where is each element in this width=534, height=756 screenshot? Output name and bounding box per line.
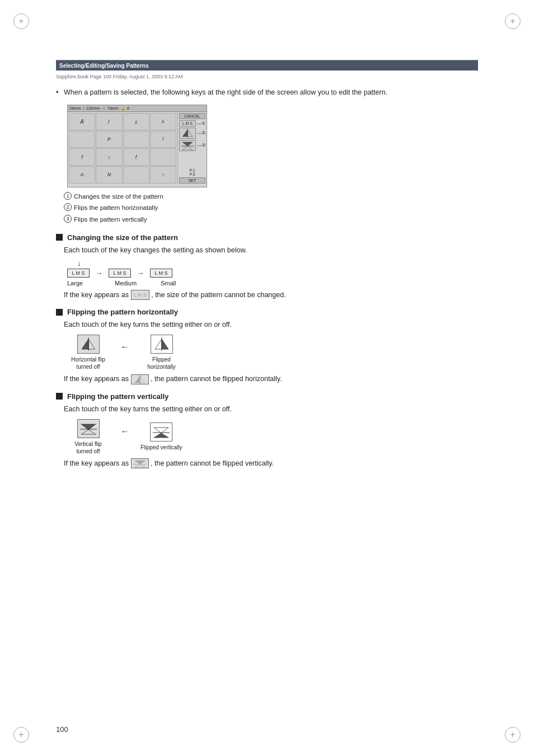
h-flip-off-icon (77, 335, 100, 354)
grid-cell: P (96, 131, 122, 148)
h-flip-on-label: Flipped horizontally (140, 356, 182, 370)
grid-cell (123, 166, 149, 184)
size-diagram: ↓ L M S → L M S → L M S Large Medium (67, 259, 478, 287)
size-body-text: Each touch of the key changes the settin… (64, 245, 478, 256)
size-key-inline-greyed: L M S (131, 290, 149, 300)
h-flip-key-inline-greyed (131, 374, 149, 384)
svg-marker-7 (88, 339, 95, 349)
spacer-2 (148, 280, 161, 287)
svg-marker-12 (135, 376, 140, 383)
screen-side-panel: CANCEL L M S —① (177, 112, 207, 185)
cancel-button-screen: CANCEL (179, 113, 205, 119)
arrow-medium-to-small: → (137, 269, 144, 278)
flip-h-row: —② (179, 128, 205, 139)
h-flip-on-item: Flipped horizontally (140, 335, 182, 370)
svg-marker-16 (81, 430, 96, 434)
main-content: Sapphire.book Page 100 Friday, August 1,… (56, 72, 478, 711)
horizontal-heading-text: Flipping the pattern horizontally (67, 308, 178, 316)
num-circle-2: 2 (64, 203, 72, 211)
grid-cell: A (69, 166, 95, 184)
grid-cell: ↑ (150, 166, 176, 184)
pattern-grid: A 𝑓 𝑔 𝑏 P 𝑙 f ↕ f A N (68, 112, 177, 185)
size-cannot-change: If the key appears as L M S , the size o… (64, 290, 478, 300)
grid-cell: 𝑙 (150, 131, 176, 148)
size-labels-row: Large Medium Small (67, 280, 478, 287)
svg-marker-10 (162, 339, 168, 349)
intro-bullet: When a pattern is selected, the followin… (56, 87, 478, 98)
v-flip-on-item: Flipped vertically (140, 422, 182, 451)
numbered-item-3-text: Flips the pattern vertically (74, 214, 147, 226)
svg-marker-0 (182, 130, 188, 137)
file-info: Sapphire.book Page 100 Friday, August 1,… (56, 74, 478, 79)
h-flip-on-icon (151, 335, 173, 354)
size-section-heading: Changing the size of the pattern (56, 233, 478, 242)
set-button-screen: SET (179, 177, 205, 184)
section-bullet-square (56, 234, 63, 241)
vertical-section-heading: Flipping the pattern vertically (56, 392, 478, 401)
grid-cell: 𝑓 (96, 113, 122, 130)
v-flip-off-item: Vertical flip turned off (67, 419, 109, 455)
size-heading-text: Changing the size of the pattern (67, 233, 178, 242)
svg-marker-22 (135, 464, 145, 467)
v-flip-off-label: Vertical flip turned off (67, 440, 109, 455)
size-box-small: L M S (150, 269, 172, 278)
v-flip-cannot: If the key appears as , the pattern cann… (64, 458, 478, 469)
grid-cell: 𝑔 (123, 113, 149, 130)
h-flip-off-item: Horizontal flip turned off (67, 335, 109, 370)
flip-v-row: —③ (179, 140, 205, 151)
lms-key: L M S (179, 120, 196, 126)
numbered-item-1-text: Changes the size of the pattern (74, 191, 163, 203)
h-flip-off-label: Horizontal flip turned off (67, 356, 109, 370)
horizontal-flip-diagram: Horizontal flip turned off ← Flipped hor… (67, 335, 478, 370)
down-arrow-size: ↓ (77, 259, 478, 267)
label-large: Large (67, 280, 98, 287)
page-indicator: P.1P.3 (190, 168, 195, 176)
numbered-item-2-text: Flips the pattern horizonatally (74, 202, 158, 214)
screen-mockup: 26mm ↕ 126mm ↔ 79mm 🔒 6 A 𝑓 𝑔 𝑏 P (67, 105, 207, 187)
label-medium: Medium (115, 280, 148, 287)
svg-marker-19 (154, 433, 168, 438)
numbered-item-1: 1 Changes the size of the pattern (64, 191, 478, 203)
screen-body: A 𝑓 𝑔 𝑏 P 𝑙 f ↕ f A N (68, 112, 207, 185)
label-small: Small (161, 280, 189, 287)
num-circle-3: 3 (64, 215, 72, 223)
vertical-flip-diagram: Vertical flip turned off ← Flipped verti… (67, 419, 478, 455)
horizontal-section-heading: Flipping the pattern horizontally (56, 308, 478, 316)
header-bar: Selecting/Editing/Saving Patterns (56, 60, 478, 71)
screen-diagram-area: 26mm ↕ 126mm ↔ 79mm 🔒 6 A 𝑓 𝑔 𝑏 P (67, 105, 478, 187)
num-circle-1: 1 (64, 192, 72, 200)
flip-h-key (179, 128, 196, 139)
size-box-medium: L M S (109, 269, 131, 278)
spacer-1 (98, 280, 115, 287)
page-number: 100 (56, 725, 68, 734)
corner-mark-tr (503, 11, 523, 31)
grid-cell: f (123, 148, 149, 166)
vertical-heading-text: Flipping the pattern vertically (67, 392, 168, 401)
lms-row: L M S —① (179, 120, 205, 126)
screen-top-bar: 26mm ↕ 126mm ↔ 79mm 🔒 6 (68, 105, 207, 112)
intro-text: When a pattern is selected, the followin… (64, 88, 387, 96)
v-flip-key-inline-greyed (131, 458, 149, 468)
svg-marker-4 (182, 146, 193, 150)
corner-mark-bl (11, 725, 31, 745)
horizontal-body-text: Each touch of the key turns the setting … (64, 320, 478, 330)
header-title: Selecting/Editing/Saving Patterns (59, 63, 148, 69)
size-boxes-row: L M S → L M S → L M S (67, 269, 478, 278)
svg-marker-1 (188, 130, 193, 137)
v-flip-arrow: ← (120, 426, 129, 436)
h-flip-arrow: ← (120, 342, 129, 352)
section-bullet-square-v (56, 393, 63, 400)
arrow-large-to-medium: → (95, 269, 103, 278)
svg-marker-3 (182, 142, 193, 146)
numbered-item-2: 2 Flips the pattern horizonatally (64, 202, 478, 214)
v-flip-on-label: Flipped vertically (140, 444, 182, 451)
numbered-item-3: 3 Flips the pattern vertically (64, 214, 478, 226)
corner-mark-br (503, 725, 523, 745)
h-flip-cannot: If the key appears as , the pattern cann… (64, 374, 478, 384)
grid-cell: 𝑏 (150, 113, 176, 130)
vertical-body-text: Each touch of the key turns the setting … (64, 404, 478, 415)
grid-cell: f (69, 148, 95, 166)
grid-cell (123, 131, 149, 148)
grid-cell (150, 148, 176, 166)
flip-v-key (179, 140, 196, 151)
